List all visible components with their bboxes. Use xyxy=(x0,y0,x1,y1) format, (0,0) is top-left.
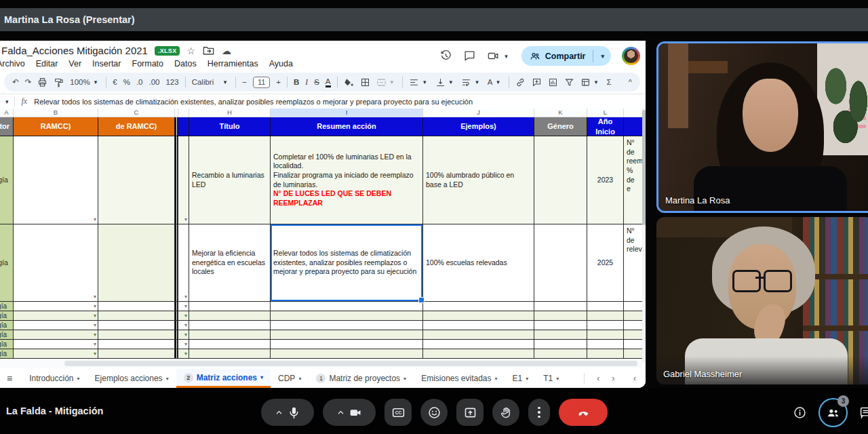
menu-ayuda[interactable]: Ayuda xyxy=(264,58,298,70)
dropdown-icon[interactable]: ▾ xyxy=(184,294,187,300)
tab-introduccion[interactable]: Introducción▾ xyxy=(22,369,87,388)
video-tile-martina[interactable]: Martina La Rosa xyxy=(656,41,868,213)
video-call-caret-icon[interactable]: ▾ xyxy=(502,53,511,60)
menu-ver[interactable]: Ver xyxy=(63,58,87,70)
font-select[interactable]: Calibri ▾ xyxy=(192,78,230,86)
share-caret-icon[interactable]: ▾ xyxy=(598,53,607,60)
move-folder-icon[interactable] xyxy=(202,44,215,57)
borders-icon[interactable] xyxy=(360,77,370,87)
horizontal-scrollbar-thumb[interactable] xyxy=(64,361,637,366)
dropdown-icon[interactable]: ▾ xyxy=(184,216,187,223)
header-ano-inicio[interactable]: Año Inicio xyxy=(587,117,624,136)
cell-c-r1[interactable] xyxy=(98,136,175,224)
cell-genero-r1[interactable] xyxy=(534,136,587,224)
col-letter-C[interactable]: C xyxy=(98,108,175,117)
fill-handle[interactable] xyxy=(418,297,425,303)
paint-format-icon[interactable] xyxy=(54,77,64,87)
menu-editar[interactable]: Editar xyxy=(31,58,64,70)
table-row-6[interactable]: Energía ▾ ▾ xyxy=(0,330,642,340)
italic-icon[interactable]: I xyxy=(305,78,308,86)
col-letter-L[interactable]: L xyxy=(587,108,624,117)
cell-ano-r1[interactable]: 2023 xyxy=(587,136,624,224)
video-tile-gabriel[interactable]: Gabriel Massheimer xyxy=(656,217,868,384)
cell-ejemplos-r1[interactable]: 100% alumbrado público en base a LED xyxy=(423,136,534,224)
table-row-7[interactable]: Energía ▾ ▾ xyxy=(0,340,642,349)
fill-color-icon[interactable] xyxy=(344,77,354,87)
increase-decimals-icon[interactable]: .00 xyxy=(149,78,159,86)
cell-a-r2[interactable]: Energía xyxy=(0,224,14,302)
participants-button[interactable]: 3 xyxy=(818,398,848,427)
header-ejemplos[interactable]: Ejemplos) xyxy=(423,117,534,136)
strikethrough-icon[interactable]: S xyxy=(314,78,319,86)
cell-m-r1[interactable]: N° de reemp % de e xyxy=(624,136,642,224)
decrease-font-size-icon[interactable]: − xyxy=(242,78,247,86)
print-icon[interactable] xyxy=(37,77,47,87)
redo-icon[interactable]: ↷ xyxy=(25,77,32,87)
insert-comment-icon[interactable] xyxy=(532,77,542,87)
col-letter-I[interactable]: I xyxy=(271,108,423,117)
mic-button[interactable] xyxy=(261,399,314,426)
text-rotation-icon[interactable]: A▾ xyxy=(488,78,502,86)
camera-options-chevron-icon[interactable] xyxy=(336,408,346,418)
name-box-caret-icon[interactable]: ▾ xyxy=(0,98,14,105)
tab-matriz-acciones[interactable]: 2Matriz acciones▾ xyxy=(176,369,271,388)
col-letter-G[interactable] xyxy=(178,108,189,117)
text-color-icon[interactable]: A xyxy=(326,77,331,87)
captions-button[interactable]: CC xyxy=(384,399,412,426)
present-button[interactable] xyxy=(456,399,484,426)
cell-m-r2[interactable]: N° de releva xyxy=(624,224,642,302)
dropdown-icon[interactable]: ▾ xyxy=(94,294,96,300)
version-history-icon[interactable] xyxy=(439,50,452,62)
cell-a-r1[interactable]: Energía xyxy=(0,136,14,224)
header-m[interactable] xyxy=(624,117,642,136)
horizontal-align-icon[interactable]: ▾ xyxy=(409,77,429,87)
cell-ejemplos-r2[interactable]: 100% escuelas relevadas xyxy=(423,224,534,302)
cell-titulo-r2[interactable]: Mejorar la eficiencia energética en escu… xyxy=(189,224,271,302)
comments-icon[interactable] xyxy=(463,50,476,62)
functions-icon[interactable]: Σ xyxy=(606,78,611,86)
menu-datos[interactable]: Datos xyxy=(169,58,202,70)
header-ramcc[interactable]: RAMCC) xyxy=(14,117,98,136)
cell-g-r2[interactable]: ▾ xyxy=(178,224,189,302)
header-sector[interactable]: Sector xyxy=(0,117,14,136)
doc-title[interactable]: Falda_Acciones Mitigación 2021 xyxy=(1,45,148,56)
col-letter-J[interactable]: J xyxy=(423,108,534,117)
format-currency-icon[interactable]: € xyxy=(113,78,117,86)
cell-b-r2[interactable]: ▾ xyxy=(14,224,98,302)
tab-ejemplos-acciones[interactable]: Ejemplos acciones▾ xyxy=(87,369,176,388)
cell-c-r2[interactable] xyxy=(98,224,175,302)
decrease-decimals-icon[interactable]: .0 xyxy=(136,78,143,86)
mic-options-chevron-icon[interactable] xyxy=(274,408,284,418)
cell-titulo-r1[interactable]: Recambio a luminarias LED xyxy=(189,136,271,224)
tabs-scroll-left-icon[interactable]: ‹ xyxy=(597,374,599,383)
reactions-button[interactable] xyxy=(420,399,448,426)
table-row-4[interactable]: Energía ▾ ▾ xyxy=(0,311,642,321)
cell-g-r1[interactable]: ▾ xyxy=(178,136,189,224)
header-genero[interactable]: Género xyxy=(534,117,587,136)
col-letter-K[interactable]: K xyxy=(534,108,587,117)
cell-genero-r2[interactable] xyxy=(534,224,587,302)
insert-link-icon[interactable] xyxy=(515,77,526,87)
header-de-ramcc[interactable]: de RAMCC) xyxy=(98,117,175,136)
more-formats-icon[interactable]: 123 xyxy=(165,78,178,86)
col-letter-B[interactable]: B xyxy=(14,108,98,117)
header-resumen-accion[interactable]: Resumen acción xyxy=(271,117,423,136)
format-percent-icon[interactable]: % xyxy=(123,78,130,86)
meeting-info-icon[interactable] xyxy=(793,406,807,420)
vertical-scrollbar[interactable] xyxy=(642,108,646,363)
end-call-button[interactable] xyxy=(559,399,608,426)
increase-font-size-icon[interactable]: + xyxy=(276,78,281,86)
raise-hand-button[interactable] xyxy=(492,399,519,426)
tab-e1[interactable]: E1▾ xyxy=(505,369,536,388)
header-titulo[interactable]: Título xyxy=(189,117,271,136)
collapse-toolbar-icon[interactable]: ^ xyxy=(629,78,632,86)
font-size-input[interactable]: 11 xyxy=(253,77,270,88)
formula-value[interactable]: Relevar todos los sistemas de climatizac… xyxy=(34,98,473,106)
table-row-3[interactable]: Energía ▾ ▾ xyxy=(0,302,642,311)
zoom-select[interactable]: 100%▾ xyxy=(70,78,100,86)
menu-herramientas[interactable]: Herramientas xyxy=(202,58,264,70)
insert-chart-icon[interactable] xyxy=(548,77,558,87)
col-letter-H[interactable]: H xyxy=(189,108,271,117)
menu-formato[interactable]: Formato xyxy=(127,58,170,70)
table-row-8[interactable]: Energía ▾ ▾ xyxy=(0,349,642,359)
